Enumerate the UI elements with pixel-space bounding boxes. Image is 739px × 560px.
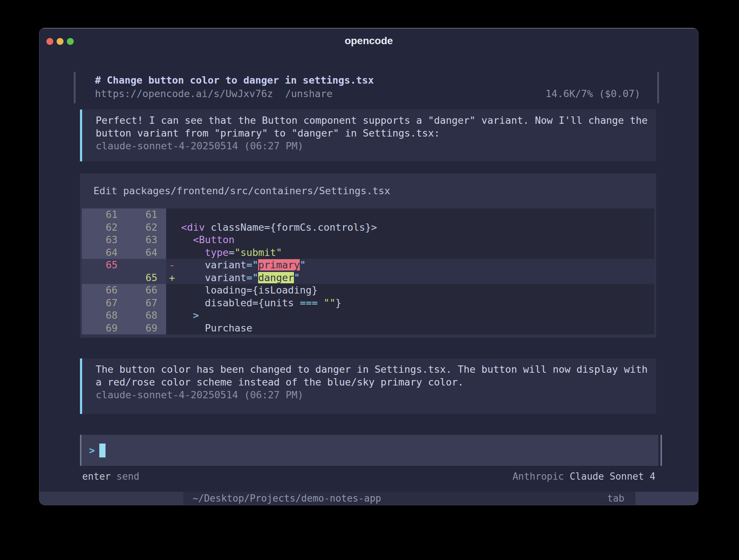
mode-switch-key-hint: tab [607,492,624,505]
session-title: # Change button color to danger in setti… [95,73,640,87]
diff-row: 6363 <Button [82,234,654,246]
text-cursor [99,444,106,457]
model-name: Claude Sonnet 4 [570,471,655,482]
message-text-line: a red/rose color scheme instead of the b… [96,376,656,388]
diff-row: 65- variant="primary" [82,259,654,272]
diff-row: 6464 type="submit" [82,246,654,259]
assistant-message: Perfect! I can see that the Button compo… [80,110,656,161]
message-text-line: Perfect! I can see that the Button compo… [96,114,656,127]
message-text-line: The button color has been changed to dan… [96,363,656,376]
share-url[interactable]: https://opencode.ai/s/UwJxv76z [95,88,273,99]
context-usage-stats: 14.6K/7% ($0.07) [545,87,640,100]
session-header: # Change button color to danger in setti… [74,72,659,103]
send-hint-action: send [111,471,139,482]
opencode-window: opencode # Change button color to danger… [39,28,698,505]
prompt-input[interactable]: > [81,435,658,466]
assistant-message: The button color has been changed to dan… [80,358,656,414]
send-hint: enter send [82,471,139,482]
status-bar: opencode v0.3.11 ~/Desktop/Projects/demo… [39,492,698,505]
edit-tool-block: Edit packages/frontend/src/containers/Se… [80,173,656,338]
share-url-group: https://opencode.ai/s/UwJxv76z/unshare [95,87,333,100]
diff-table: 61616262<div className={formCs.controls}… [82,208,654,334]
hint-row: enter send Anthropic Claude Sonnet 4 [82,471,655,482]
diff-row: 6262<div className={formCs.controls}> [82,221,654,234]
prompt-symbol: > [89,445,95,456]
model-indicator: Anthropic Claude Sonnet 4 [513,471,655,482]
diff-row: 6868 > [82,309,654,322]
diff-row: 6161 [82,208,654,221]
message-model-timestamp: claude-sonnet-4-20250514 (06:27 PM) [96,139,656,152]
diff-row: 6767 disabled={units === ""} [82,297,654,310]
prompt-editor[interactable]: > [80,435,662,466]
model-provider: Anthropic [513,471,570,482]
edit-tool-title: Edit packages/frontend/src/containers/Se… [80,173,656,197]
message-model-timestamp: claude-sonnet-4-20250514 (06:27 PM) [96,388,656,401]
diff-row: 6666 loading={isLoading} [82,284,654,297]
send-hint-key: enter [82,471,111,482]
working-directory: ~/Desktop/Projects/demo-notes-app [192,492,381,505]
diff-row: 6969 Purchase [82,322,654,335]
unshare-command[interactable]: /unshare [285,88,333,99]
window-title: opencode [39,35,698,47]
app-version-badge: opencode v0.3.11 [39,492,183,505]
message-text-line: button variant from "primary" to "danger… [96,127,656,139]
diff-row: 65+ variant="danger" [82,272,654,284]
mode-toggle[interactable]: BUILD MODE [635,492,698,505]
